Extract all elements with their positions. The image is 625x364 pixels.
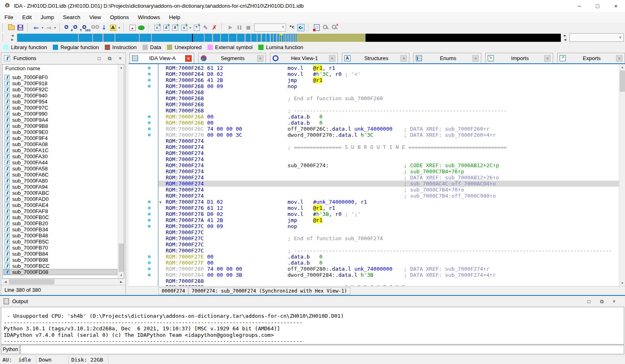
disasm-line[interactable]: ROM:7000F268; End of function sub_7000F2… [158,95,619,101]
disasm-line[interactable]: ROM:7000F264D0 02mov.l #h'3C, r0 ; '<' [158,71,619,77]
functions-horizontal-scrollbar[interactable]: ◀ ▶ [2,279,124,285]
navband-combo[interactable] [569,33,624,42]
disasm-line[interactable]: ROM:7000F27C [158,229,619,235]
scrollbar-thumb[interactable] [119,243,124,272]
panel-maximize-icon[interactable]: □ [94,53,104,64]
disasm-line[interactable]: ROM:7000F27F00.data.b 0 [158,260,619,266]
function-row[interactable]: fsub_7000FB0C [3,214,117,220]
attach-c-button[interactable]: *c [288,23,296,32]
disassembly-vertical-scrollbar[interactable]: ▲ ▼ [619,64,625,286]
disasm-line[interactable]: ROM:7000F26800 09nop [158,83,619,89]
make-data-button[interactable]: d [162,23,171,32]
tab-imports[interactable]: Imports× [485,53,553,63]
search-value-button[interactable]: 101 [82,23,91,32]
tab-close-icon[interactable]: × [616,55,623,62]
tab-structures[interactable]: Structures× [342,53,410,63]
function-row[interactable]: fsub_7000FA30 [3,153,117,159]
maximize-icon[interactable]: □ [588,0,607,12]
navband-zoom-in-icon[interactable]: ▶ [562,34,568,38]
disasm-line[interactable]: ROM:7000F27C; End of function sub_7000F2… [158,235,619,241]
python-input[interactable] [20,345,624,354]
function-row[interactable]: fsub_7000FA44 [3,159,117,166]
disasm-line[interactable]: ROM:7000F27661 12mov.l @r1, r1 [158,205,619,211]
navband-left-arrow-icon[interactable]: ◀ [10,34,15,38]
panel-close-icon[interactable]: × [609,296,619,307]
navband-drag-handle[interactable] [2,34,4,41]
function-row[interactable]: fsub_7000FA58 [3,166,117,172]
function-row[interactable]: fsub_7000F954 [3,99,117,105]
function-row[interactable]: fsub_7000FB5C [3,239,117,245]
tab-exports[interactable]: Exports× [557,53,625,63]
highlight-a-button[interactable]: A [108,23,117,32]
function-row[interactable]: fsub_7000FA80 [3,178,117,184]
debug-pause-button[interactable] [235,23,244,32]
function-row[interactable]: fsub_7000FB34 [3,226,117,233]
collapse-arrow-icon[interactable]: ∨ [159,199,162,205]
menu-item-file[interactable]: File [0,12,18,22]
tab-hex-view-1[interactable]: Hex View-1× [270,53,338,63]
function-row[interactable]: fsub_7000FB98 [3,257,117,263]
disasm-line[interactable]: ROM:7000F27A41 2Bjmp @r1 [158,217,619,223]
disasm-line[interactable]: ROM:7000F274 [158,156,619,162]
scroll-up-icon[interactable]: ▲ [118,65,124,71]
panel-float-icon[interactable]: ⧉ [597,296,607,307]
python-button[interactable]: Python [1,345,20,354]
disasm-line[interactable]: ROM:7000F27C; --------------------------… [158,248,619,254]
tab-enums[interactable]: Enums× [413,53,481,63]
menu-item-view[interactable]: View [85,12,106,22]
menu-item-windows[interactable]: Windows [133,12,164,22]
disasm-line[interactable]: ROM:7000F26261 12mov.l @r1, r1 [158,65,619,71]
disasm-line[interactable]: ROM:7000F274; sub_7000C7B4:off_7000C980↑… [158,193,619,199]
search-next-button[interactable] [91,23,99,32]
function-row[interactable]: fsub_7000FAF8 [3,208,117,214]
scroll-right-icon[interactable]: ▶ [118,279,124,285]
panel-maximize-icon[interactable]: □ [584,296,594,307]
scroll-left-icon[interactable]: ◀ [2,279,9,285]
disasm-line[interactable]: ROM:7000F27C00 09nop [158,223,619,229]
functions-column-header[interactable]: Function name [5,65,40,71]
nav-forward-dropdown-icon[interactable]: ▾ [53,26,57,30]
make-string-dropdown-icon[interactable]: ▾ [188,26,192,30]
tab-close-icon[interactable]: × [472,55,479,62]
scroll-up-icon[interactable]: ▲ [619,64,625,70]
function-row[interactable]: fsub_7000FB84 [3,251,117,257]
navigator-band[interactable] [17,34,561,42]
jump-down-button[interactable]: ↓ [99,23,108,32]
function-row[interactable]: fsub_7000F92C [3,86,117,93]
tab-close-icon[interactable]: × [544,55,551,62]
disasm-line[interactable]: ROM:7000F288 [158,278,619,284]
debug-run-button[interactable] [226,23,235,32]
nav-back-button[interactable]: ← [32,23,41,32]
panel-float-icon[interactable]: ⧉ [104,53,115,64]
function-row[interactable]: fsub_7000FAD0 [3,196,117,202]
search-address-button[interactable]: # [64,23,73,32]
tab-close-icon[interactable]: × [400,55,407,62]
disassembly-view[interactable]: ROM:7000F26261 12mov.l @r1, r1ROM:7000F2… [129,64,619,286]
debugger-combo[interactable] [254,24,286,32]
function-row[interactable]: fsub_7000FA08 [3,141,117,147]
tab-segments[interactable]: Segments× [198,53,266,63]
database-notes-button[interactable] [312,23,321,32]
navband-zoom-out-icon[interactable]: ◀ [562,38,568,42]
function-row[interactable]: fsub_7000F940 [3,93,117,99]
disasm-line[interactable]: ∨ROM:7000F274D1 02mov.l #unk_74000000, r… [158,199,619,205]
function-row[interactable]: fsub_7000F8F0 [3,74,117,80]
function-row[interactable]: fsub_7000FABC [3,190,117,196]
tab-close-icon[interactable]: × [257,55,264,62]
menu-item-options[interactable]: Options [106,12,134,22]
search-text-button[interactable]: T [73,23,82,32]
function-row[interactable]: fsub_7000F9E0 [3,129,117,135]
menu-item-help[interactable]: Help [164,12,185,22]
function-row[interactable]: fsub_7000F9B8 [3,123,117,129]
nav-back-dropdown-icon[interactable]: ▾ [41,26,44,30]
disasm-line[interactable]: ROM:7000F28400 00 00 3Bdword_7000F284:.d… [158,272,619,278]
tab-close-icon[interactable]: × [185,55,192,62]
function-row[interactable]: fsub_7000F918 [3,80,117,86]
menu-item-search[interactable]: Search [58,12,85,22]
disasm-line[interactable]: ROM:7000F274; DATA XREF: sub_7000AB12+26… [158,174,619,181]
disasm-line[interactable]: ROM:7000F27C [158,241,619,248]
scrollbar-thumb[interactable] [620,71,625,92]
undefine-button[interactable]: ✗ [210,23,219,32]
function-row[interactable]: fsub_7000F97C [3,105,117,111]
function-row[interactable]: fsub_7000FAE4 [3,202,117,208]
